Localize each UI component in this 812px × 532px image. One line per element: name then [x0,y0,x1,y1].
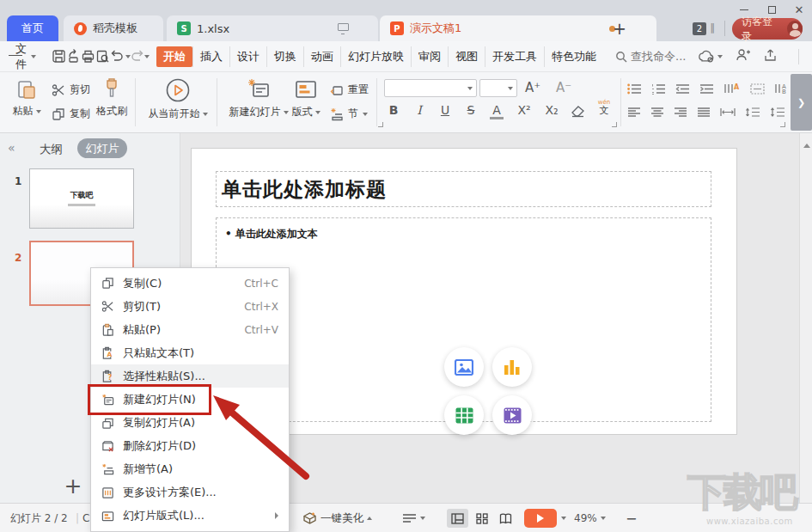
guest-login-button[interactable]: 访客登录 [732,18,803,40]
zoom-out-button[interactable]: − [626,504,812,532]
decrease-font-button[interactable]: A⁻ [553,80,574,95]
copy-button[interactable]: 复制 [52,107,90,121]
text-direction-icon[interactable]: A [723,83,741,95]
tab-design[interactable]: 设计 [229,46,266,67]
window-list-icon[interactable]: ∥ [710,21,715,34]
paste-button[interactable]: 粘贴 [7,78,46,119]
vertical-scrollbar[interactable] [799,133,812,503]
slide-sorter-view-button[interactable] [471,509,492,528]
window-count-badge[interactable]: 2 [693,22,706,35]
collapse-panel-button[interactable]: « [8,141,15,155]
tab-special-features[interactable]: 特色功能 [544,46,603,67]
slides-tab-active[interactable]: 幻灯片 [77,138,127,158]
italic-button[interactable]: I [409,103,430,117]
font-color-button[interactable]: A [490,103,504,119]
tab-slideshow[interactable]: 幻灯片放映 [340,46,411,67]
dialog-launcher-icon[interactable] [378,122,383,127]
file-menu-button[interactable]: 文件 [15,41,36,72]
menu-item-copy[interactable]: 复制(C) Ctrl+C [91,272,289,295]
slide-layout-button[interactable]: 版式 [285,77,327,119]
new-slide-button[interactable]: 新建幻灯片 [223,77,294,119]
quick-toolbar-options-button[interactable] [144,46,150,67]
outline-tab[interactable]: 大纲 [40,142,63,157]
tab-transition[interactable]: 切换 [266,46,303,67]
beautify-button[interactable]: 一键美化 [302,504,372,532]
tab-spreadsheet[interactable]: S 1.xlsx [167,15,378,41]
close-button[interactable]: ✕ [791,3,807,15]
tab-insert[interactable]: 插入 [192,46,229,67]
tab-review[interactable]: 审阅 [411,46,448,67]
text-box-icon[interactable] [750,83,765,95]
decrease-indent-icon[interactable] [675,83,690,95]
tab-start[interactable]: 开始 [156,46,192,67]
slide1-thumbnail[interactable]: 下载吧 [29,168,134,229]
bold-button[interactable]: B [383,103,404,117]
redo-button[interactable] [131,46,144,67]
scroll-up-icon[interactable] [803,144,810,148]
insert-picture-button[interactable] [444,347,484,387]
print-button[interactable] [81,46,95,67]
zoom-level-button[interactable]: 49% [574,504,606,532]
insert-table-button[interactable] [444,395,484,435]
menu-item-cut[interactable]: 剪切(T) Ctrl+X [91,295,289,318]
vertical-text-icon[interactable]: AB [774,83,791,95]
section-button[interactable]: 节 [330,107,368,121]
ribbon-scroll-right-button[interactable]: ❯ [791,74,812,131]
notes-button[interactable] [402,504,425,532]
menu-item-delete-slide[interactable]: 删除幻灯片(D) [91,435,289,458]
format-painter-button[interactable]: 格式刷 [93,78,131,119]
bullet-list-icon[interactable] [627,83,642,95]
search-input[interactable] [631,50,698,63]
dialog-launcher-icon[interactable] [780,122,785,127]
strikethrough-button[interactable]: S [461,103,481,117]
tab-developer[interactable]: 开发工具 [485,46,544,67]
increase-indent-icon[interactable] [699,83,714,95]
subscript-button[interactable]: X₂ [541,103,562,117]
menu-item-new-section[interactable]: 新增节(A) [91,458,289,481]
command-search[interactable] [615,50,698,63]
pinyin-button[interactable]: wén 文 [595,100,614,115]
font-size-select[interactable] [479,79,517,97]
normal-view-button[interactable] [447,509,468,528]
add-slide-button[interactable]: + [62,474,84,498]
align-left-icon[interactable] [627,107,641,118]
export-button[interactable] [66,46,81,67]
tab-view[interactable]: 视图 [448,46,485,67]
menu-item-paste[interactable]: 粘贴(P) Ctrl+V [91,318,289,341]
body-placeholder[interactable]: • 单击此处添加文本 [216,217,711,422]
insert-video-button[interactable] [492,395,532,435]
tab-animation[interactable]: 动画 [303,46,340,67]
dialog-launcher-icon[interactable] [612,122,617,127]
undo-button[interactable] [110,46,131,67]
superscript-button[interactable]: X² [514,103,534,117]
insert-chart-button[interactable] [492,347,532,387]
line-spacing-up-icon[interactable] [745,107,760,118]
title-placeholder[interactable]: 单击此处添加标题 [216,171,711,207]
add-user-button[interactable] [736,48,750,64]
clear-format-button[interactable] [571,105,585,120]
share-button[interactable] [763,48,778,64]
cloud-sync-button[interactable] [698,50,723,63]
menu-item-more-designs[interactable]: 更多设计方案(E)... [91,481,289,504]
distribute-icon[interactable] [720,107,736,118]
reading-view-button[interactable] [495,509,516,528]
tab-home[interactable]: 首页 [7,15,58,41]
font-name-select[interactable] [384,79,477,97]
menu-item-paste-text-only[interactable]: A 只粘贴文本(T) [91,341,289,364]
cut-button[interactable]: 剪切 [52,83,90,97]
align-right-icon[interactable] [674,107,687,118]
increase-font-button[interactable]: A⁺ [522,80,543,95]
justify-icon[interactable] [697,107,711,118]
new-tab-button[interactable]: + [608,17,631,40]
paragraph-spacing-icon[interactable] [770,107,785,118]
play-from-current-button[interactable]: 从当前开始 [142,77,214,121]
reset-button[interactable]: 重置 [330,83,369,97]
print-preview-button[interactable] [95,46,110,67]
slideshow-play-button[interactable] [524,509,557,528]
tab-templates[interactable]: 稻壳模板 [64,15,163,41]
chevron-down-icon[interactable] [561,517,566,520]
underline-button[interactable]: U [435,103,455,117]
align-center-icon[interactable] [650,107,664,118]
menu-item-slide-layout[interactable]: 幻灯片版式(L)... [91,504,289,528]
numbered-list-icon[interactable] [651,83,666,95]
